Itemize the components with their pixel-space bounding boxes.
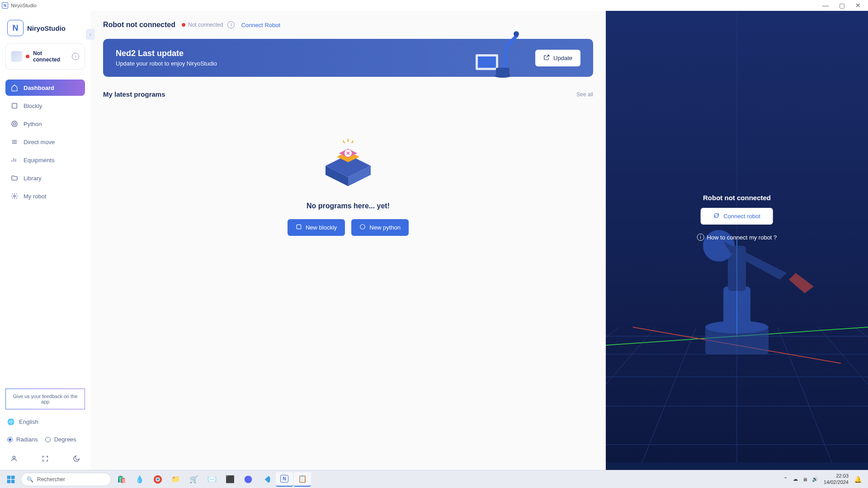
- nav-my-robot[interactable]: My robot: [5, 188, 85, 204]
- user-icon[interactable]: [10, 455, 18, 463]
- banner-subtitle: Update your robot to enjoy NiryoStudio: [116, 60, 217, 67]
- nav-label: Direct move: [24, 139, 55, 145]
- degrees-label: Degrees: [54, 436, 76, 443]
- window-title: NiryoStudio: [11, 3, 37, 8]
- svg-rect-46: [7, 479, 11, 483]
- info-icon[interactable]: i: [72, 53, 79, 60]
- svg-point-50: [156, 478, 159, 481]
- maximize-button[interactable]: ▢: [837, 2, 846, 9]
- tray-cloud-icon[interactable]: ☁: [793, 476, 798, 482]
- robot-icon: [11, 51, 22, 62]
- header-status: Not connected i: [182, 21, 235, 28]
- taskbar-app-3[interactable]: ⬛: [222, 472, 239, 487]
- svg-point-2: [12, 121, 17, 127]
- viewport-help-label: How to connect my robot ?: [707, 234, 777, 241]
- info-icon[interactable]: i: [227, 21, 235, 28]
- svg-point-51: [245, 475, 252, 483]
- nav-python[interactable]: Python: [5, 116, 85, 132]
- svg-rect-40: [723, 286, 750, 327]
- svg-rect-0: [12, 103, 17, 108]
- tray-monitor-icon[interactable]: 🖥: [802, 477, 807, 482]
- svg-point-1: [13, 122, 15, 125]
- tray-chevron-icon[interactable]: ⌃: [783, 476, 788, 482]
- new-python-label: New python: [369, 224, 401, 231]
- update-button-label: Update: [553, 55, 572, 61]
- taskbar-store[interactable]: 🛒: [185, 472, 203, 487]
- taskbar-chrome[interactable]: [149, 472, 166, 487]
- folder-icon: [11, 174, 18, 182]
- tray-volume-icon[interactable]: 🔊: [812, 476, 818, 482]
- svg-rect-9: [478, 56, 496, 68]
- page-title: Robot not connected: [103, 21, 175, 29]
- viewport-connect-button[interactable]: Connect robot: [701, 208, 773, 225]
- nav-direct-move[interactable]: Direct move: [5, 134, 85, 150]
- svg-rect-19: [297, 225, 301, 229]
- nav: Dashboard Blockly Python Direct move Equ…: [5, 80, 85, 204]
- radio-degrees[interactable]: [45, 437, 51, 442]
- new-blockly-label: New blockly: [306, 224, 337, 231]
- feedback-card[interactable]: Give us your feedback on the app: [5, 389, 85, 409]
- python-icon: [11, 120, 18, 127]
- window-titlebar: N NiryoStudio — ▢ ✕: [0, 0, 868, 11]
- viewport-connect-label: Connect robot: [723, 213, 760, 220]
- connect-robot-link[interactable]: Connect Robot: [241, 22, 280, 28]
- close-button[interactable]: ✕: [854, 2, 863, 9]
- taskbar-niryostudio[interactable]: N: [276, 472, 293, 487]
- taskbar-app-4[interactable]: 📋: [294, 472, 311, 487]
- taskbar-explorer[interactable]: 📁: [167, 472, 184, 487]
- programs-title: My latest programs: [103, 90, 165, 98]
- nav-equipments[interactable]: Equipments: [5, 152, 85, 168]
- header-status-text: Not connected: [188, 22, 223, 28]
- see-all-link[interactable]: See all: [576, 91, 593, 98]
- globe-icon: 🌐: [7, 418, 14, 425]
- info-icon: i: [697, 234, 704, 241]
- nav-dashboard[interactable]: Dashboard: [5, 80, 85, 96]
- tray-clock[interactable]: 22:03 14/02/2024: [824, 473, 849, 485]
- empty-title: No programs here... yet!: [307, 202, 390, 210]
- tray-time: 22:03: [824, 473, 849, 479]
- viewport-help-link[interactable]: i How to connect my robot ?: [697, 234, 777, 241]
- empty-state: No programs here... yet! New blockly New…: [103, 107, 593, 254]
- refresh-icon: [713, 212, 720, 220]
- unit-selector: Radians Degrees: [5, 434, 85, 445]
- moon-icon[interactable]: [72, 455, 80, 463]
- taskbar-mail[interactable]: ✉️: [203, 472, 221, 487]
- python-icon: [359, 224, 366, 231]
- new-blockly-button[interactable]: New blockly: [288, 219, 345, 236]
- taskbar: 🔍 Rechercher 🛍️ 💧 📁 🛒 ✉️ ⬛ N 📋 ⌃ ☁ 🖥 🔊 2…: [0, 470, 868, 488]
- radians-label: Radians: [16, 436, 38, 443]
- update-banner: Ned2 Last update Update your robot to en…: [103, 39, 593, 77]
- minimize-button[interactable]: —: [821, 2, 830, 9]
- nav-blockly[interactable]: Blockly: [5, 98, 85, 114]
- svg-rect-47: [11, 479, 15, 483]
- svg-point-20: [360, 225, 365, 230]
- svg-point-11: [495, 74, 511, 78]
- new-python-button[interactable]: New python: [351, 219, 409, 236]
- taskbar-app-2[interactable]: 💧: [131, 472, 148, 487]
- taskbar-search[interactable]: 🔍 Rechercher: [21, 473, 111, 486]
- language-label: English: [19, 418, 38, 425]
- sidebar-collapse-button[interactable]: ‹: [86, 29, 95, 40]
- external-link-icon: [543, 54, 550, 62]
- start-button[interactable]: [3, 472, 19, 487]
- radio-radians[interactable]: [7, 437, 13, 442]
- brand-logo-icon: N: [7, 20, 24, 36]
- fullscreen-icon[interactable]: [41, 455, 49, 463]
- status-text: Not connected: [33, 50, 68, 63]
- update-button[interactable]: Update: [535, 50, 580, 66]
- taskbar-app-1[interactable]: 🛍️: [113, 472, 130, 487]
- block-icon: [11, 102, 18, 109]
- svg-point-7: [13, 456, 15, 459]
- robot-viewport[interactable]: Robot not connected Connect robot i How …: [606, 11, 868, 470]
- nav-label: Python: [24, 121, 42, 127]
- tray-notifications-icon[interactable]: 🔔: [854, 476, 862, 483]
- nav-label: Blockly: [24, 103, 42, 109]
- banner-title: Ned2 Last update: [116, 49, 217, 58]
- nav-label: Equipments: [24, 157, 55, 164]
- taskbar-discord[interactable]: [240, 472, 257, 487]
- connection-status-card[interactable]: Not connected i: [5, 43, 85, 70]
- block-icon: [296, 224, 302, 231]
- language-selector[interactable]: 🌐 English: [5, 416, 85, 428]
- taskbar-vscode[interactable]: [258, 472, 275, 487]
- nav-library[interactable]: Library: [5, 170, 85, 186]
